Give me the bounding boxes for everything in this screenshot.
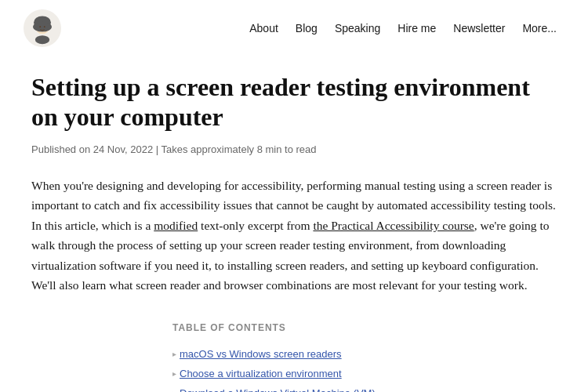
- toc-item: macOS vs Windows screen readers: [172, 347, 557, 363]
- toc-item: Download a Windows Virtual Machine (VM): [172, 386, 557, 392]
- main-nav: About Blog Speaking Hire me Newsletter M…: [249, 20, 557, 37]
- nav-blog[interactable]: Blog: [296, 20, 318, 37]
- toc-heading: TABLE OF CONTENTS: [172, 321, 557, 336]
- site-header: About Blog Speaking Hire me Newsletter M…: [0, 0, 588, 56]
- nav-hire-me[interactable]: Hire me: [397, 20, 436, 37]
- article-main: Setting up a screen reader testing envir…: [0, 56, 588, 392]
- toc-list: macOS vs Windows screen readers Choose a…: [172, 347, 557, 392]
- nav-speaking[interactable]: Speaking: [335, 20, 380, 37]
- article-intro: When you're designing and developing for…: [31, 176, 557, 296]
- toc-link[interactable]: Download a Windows Virtual Machine (VM): [180, 386, 376, 392]
- site-logo[interactable]: [24, 9, 61, 47]
- nav-about[interactable]: About: [249, 20, 278, 37]
- article-title: Setting up a screen reader testing envir…: [31, 72, 557, 132]
- toc-item: Choose a virtualization environment: [172, 366, 557, 383]
- nav-more[interactable]: More...: [522, 20, 557, 37]
- intro-modified-word: modified: [154, 219, 198, 232]
- svg-point-4: [44, 26, 45, 27]
- intro-text-2: text-only excerpt from: [198, 219, 313, 232]
- table-of-contents: TABLE OF CONTENTS macOS vs Windows scree…: [31, 321, 557, 392]
- toc-link[interactable]: Choose a virtualization environment: [180, 366, 342, 383]
- article-meta: Published on 24 Nov, 2022 | Takes approx…: [31, 142, 557, 158]
- nav-newsletter[interactable]: Newsletter: [453, 20, 505, 37]
- intro-course-link[interactable]: the Practical Accessibility course: [313, 219, 474, 232]
- toc-link[interactable]: macOS vs Windows screen readers: [180, 347, 342, 363]
- svg-point-3: [39, 26, 41, 27]
- svg-point-5: [35, 35, 49, 44]
